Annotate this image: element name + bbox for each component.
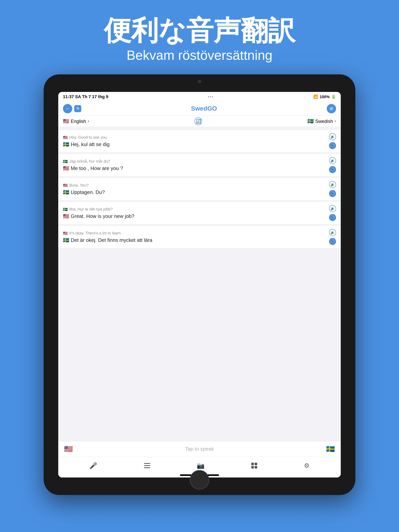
conv-text-2: 🇸🇪 Jag också, hur mår du? 🇺🇸 Me too , Ho…: [63, 159, 329, 171]
original-text-1: Hey, Good to see you: [69, 135, 107, 140]
translate-icon: ↔: [65, 106, 70, 111]
conv-translated-2: 🇺🇸 Me too , How are you ?: [63, 165, 329, 171]
ipad-screen: 11:37 SA Th 7 17 thg 9 ••• 📶 100% 🔋 ↔ Tr…: [58, 92, 341, 477]
svg-rect-6: [255, 466, 257, 469]
speak-button-4a[interactable]: 🔊: [329, 205, 336, 212]
se-flag-icon: 🇸🇪: [308, 118, 314, 124]
app-header: ↔ Tr SwedGO ⊞: [58, 102, 341, 116]
settings-header-button[interactable]: ⊞: [327, 104, 336, 113]
speak-button-5b[interactable]: 🔊: [329, 238, 336, 245]
status-time: 11:37 SA Th 7 17 thg 9: [63, 94, 108, 99]
conv-row-4: 🇸🇪 Bra. Hur är ditt nya jobb? 🇺🇸 Great. …: [63, 205, 336, 221]
grid-toolbar-button[interactable]: [251, 463, 257, 469]
conv-text-4: 🇸🇪 Bra. Hur är ditt nya jobb? 🇺🇸 Great. …: [63, 207, 329, 219]
swap-languages-button[interactable]: 🔄: [194, 117, 202, 125]
header-left-group: ↔ Tr: [63, 104, 81, 113]
svg-rect-4: [255, 463, 257, 465]
translated-text-5: Det är okej. Det finns mycket att lära: [71, 237, 152, 243]
flag-4-orig: 🇸🇪: [63, 207, 68, 212]
us-flag-bottom: 🇺🇸: [64, 445, 73, 453]
page-subtitle: Bekvam röstöversättning: [104, 48, 295, 63]
camera-toolbar-button[interactable]: 📷: [197, 462, 205, 469]
source-chevron-icon: ▾: [88, 119, 89, 123]
conversation-entry-1: 🇺🇸 Hey, Good to see you 🇸🇪 Hej, kul att …: [58, 130, 341, 152]
target-chevron-icon: ▾: [335, 119, 336, 123]
speak-button-3a[interactable]: 🔊: [329, 181, 336, 188]
conv-text-5: 🇺🇸 It's okay. There's a lot to learn 🇸🇪 …: [63, 231, 329, 243]
speak-button-4b[interactable]: 🔊: [329, 214, 336, 221]
status-bar: 11:37 SA Th 7 17 thg 9 ••• 📶 100% 🔋: [58, 92, 341, 102]
conv-translated-5: 🇸🇪 Det är okej. Det finns mycket att lär…: [63, 237, 329, 243]
list-toolbar-button[interactable]: [144, 463, 150, 468]
conv-original-5: 🇺🇸 It's okay. There's a lot to learn: [63, 231, 329, 236]
speak-button-2a[interactable]: 🔊: [329, 157, 336, 164]
original-text-3: Busy. You?: [69, 183, 89, 188]
svg-rect-1: [144, 465, 150, 466]
flag-1-orig: 🇺🇸: [63, 135, 68, 140]
tap-to-speak-bar[interactable]: 🇺🇸 Tap to speak 🇸🇪: [58, 441, 341, 457]
speak-button-1a[interactable]: 🔊: [329, 133, 336, 140]
conv-translated-3: 🇸🇪 Upptagen. Du?: [63, 189, 329, 195]
speak-button-1b[interactable]: 🔊: [329, 142, 336, 149]
conv-row-1: 🇺🇸 Hey, Good to see you 🇸🇪 Hej, kul att …: [63, 133, 336, 149]
svg-rect-0: [144, 463, 150, 464]
original-text-4: Bra. Hur är ditt nya jobb?: [69, 207, 113, 211]
source-language-label: English: [71, 119, 86, 124]
svg-rect-5: [251, 466, 254, 469]
us-flag-icon: 🇺🇸: [63, 118, 69, 124]
conv-original-4: 🇸🇪 Bra. Hur är ditt nya jobb?: [63, 207, 329, 212]
translated-text-1: Hej, kul att se dig: [71, 141, 109, 147]
settings-header-icon: ⊞: [330, 106, 333, 111]
flag-3-orig: 🇺🇸: [63, 183, 68, 188]
conversation-entry-2: 🇸🇪 Jag också, hur mår du? 🇺🇸 Me too , Ho…: [58, 154, 341, 177]
ipad-camera: [198, 80, 201, 83]
home-button[interactable]: [190, 470, 209, 489]
conv-text-3: 🇺🇸 Busy. You? 🇸🇪 Upptagen. Du?: [63, 183, 329, 195]
flag-3-trans: 🇸🇪: [63, 189, 69, 195]
conv-original-1: 🇺🇸 Hey, Good to see you: [63, 135, 329, 140]
flag-1-trans: 🇸🇪: [63, 141, 69, 147]
translated-text-3: Upptagen. Du?: [71, 189, 105, 195]
conversation-entry-4: 🇸🇪 Bra. Hur är ditt nya jobb? 🇺🇸 Great. …: [58, 202, 341, 224]
speak-button-5a[interactable]: 🔊: [329, 229, 336, 236]
target-language-label: Swedish: [315, 119, 333, 124]
svg-rect-3: [251, 463, 254, 465]
flag-5-orig: 🇺🇸: [63, 231, 68, 236]
conversation-entry-5: 🇺🇸 It's okay. There's a lot to learn 🇸🇪 …: [58, 226, 341, 248]
se-flag-bottom: 🇸🇪: [326, 445, 335, 453]
speak-button-2b[interactable]: 🔊: [329, 166, 336, 173]
app-title: SwedGO: [191, 105, 217, 112]
speak-button-3b[interactable]: 🔊: [329, 190, 336, 197]
language-bar: 🇺🇸 English ▾ 🔄 🇸🇪 Swedish ▾: [58, 116, 341, 127]
conversation-entry-3: 🇺🇸 Busy. You? 🇸🇪 Upptagen. Du? 🔊 🔊: [58, 178, 341, 200]
conv-text-1: 🇺🇸 Hey, Good to see you 🇸🇪 Hej, kul att …: [63, 135, 329, 147]
conv-original-2: 🇸🇪 Jag också, hur mår du?: [63, 159, 329, 164]
flag-2-trans: 🇺🇸: [63, 165, 69, 171]
original-text-2: Jag också, hur mår du?: [69, 159, 110, 164]
flag-5-trans: 🇸🇪: [63, 237, 69, 243]
flag-2-orig: 🇸🇪: [63, 159, 68, 164]
conv-row-5: 🇺🇸 It's okay. There's a lot to learn 🇸🇪 …: [63, 229, 336, 245]
ipad-device: 11:37 SA Th 7 17 thg 9 ••• 📶 100% 🔋 ↔ Tr…: [44, 74, 355, 495]
battery-label: 100%: [320, 95, 330, 99]
translate-button[interactable]: ↔: [63, 104, 72, 113]
status-right: 📶 100% 🔋: [313, 95, 336, 99]
original-text-5: It's okay. There's a lot to learn: [69, 231, 121, 235]
tr-badge: Tr: [74, 105, 81, 112]
battery-icon: 🔋: [331, 95, 336, 99]
translated-text-2: Me too , How are you ?: [71, 165, 123, 171]
source-language-selector[interactable]: 🇺🇸 English ▾: [63, 118, 89, 124]
tap-to-speak-label: Tap to speak: [73, 446, 326, 452]
settings-toolbar-button[interactable]: ⚙: [304, 462, 309, 469]
conv-translated-1: 🇸🇪 Hej, kul att se dig: [63, 141, 329, 147]
swap-icon: 🔄: [196, 119, 201, 124]
page-header: 便利な音声翻訳 Bekvam röstöversättning: [104, 16, 295, 63]
conversation-area: 🇺🇸 Hey, Good to see you 🇸🇪 Hej, kul att …: [58, 127, 341, 441]
translated-text-4: Great. How is your new job?: [71, 213, 135, 219]
mic-toolbar-button[interactable]: 🎤: [90, 462, 97, 469]
status-dots: •••: [208, 95, 214, 99]
page-title-kanji: 便利な音声翻訳: [104, 16, 295, 45]
conv-original-3: 🇺🇸 Busy. You?: [63, 183, 329, 188]
target-language-selector[interactable]: 🇸🇪 Swedish ▾: [308, 118, 336, 124]
conv-row-2: 🇸🇪 Jag också, hur mår du? 🇺🇸 Me too , Ho…: [63, 157, 336, 173]
